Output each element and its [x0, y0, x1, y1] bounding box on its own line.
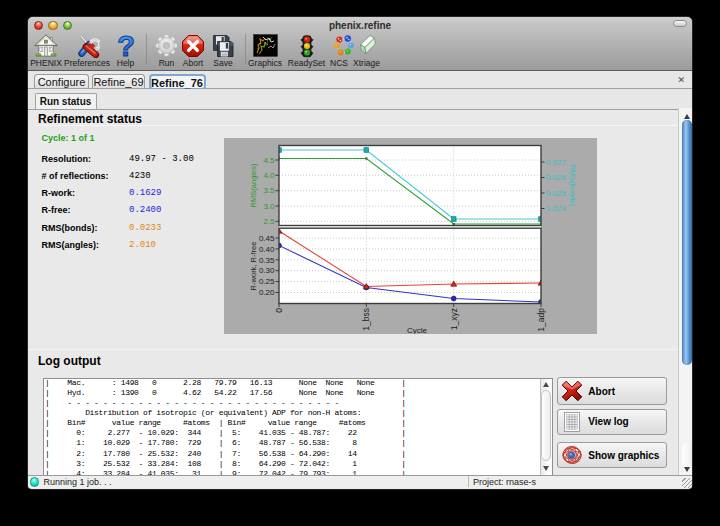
svg-text:?: ? [117, 33, 135, 58]
svg-text:0.027: 0.027 [546, 158, 567, 167]
svg-text:3.0: 3.0 [263, 202, 275, 211]
svg-text:0: 0 [274, 308, 284, 313]
svg-text:0.25: 0.25 [259, 277, 275, 286]
svg-text:0.45: 0.45 [259, 234, 275, 243]
svg-text:0.30: 0.30 [259, 266, 275, 275]
svg-text:1_adp: 1_adp [536, 308, 546, 332]
svg-text:RMS(angles): RMS(angles) [249, 163, 258, 207]
svg-text:0.35: 0.35 [259, 256, 275, 265]
svg-text:0.025: 0.025 [546, 189, 567, 198]
svg-text:RMS(bonds): RMS(bonds) [568, 164, 577, 207]
svg-text:4.5: 4.5 [263, 156, 275, 165]
svg-text:0.024: 0.024 [546, 204, 567, 213]
svg-text:1_bss: 1_bss [361, 308, 371, 331]
svg-text:1_xyz: 1_xyz [449, 308, 459, 330]
svg-text:R-work, R-free: R-work, R-free [249, 242, 258, 291]
svg-text:3.5: 3.5 [263, 186, 275, 195]
svg-text:0.20: 0.20 [259, 288, 275, 297]
svg-text:4.0: 4.0 [263, 171, 275, 180]
svg-text:0.40: 0.40 [259, 245, 275, 254]
svg-text:Cycle: Cycle [407, 326, 428, 334]
svg-text:0.026: 0.026 [546, 173, 567, 182]
svg-text:2.5: 2.5 [263, 217, 275, 226]
